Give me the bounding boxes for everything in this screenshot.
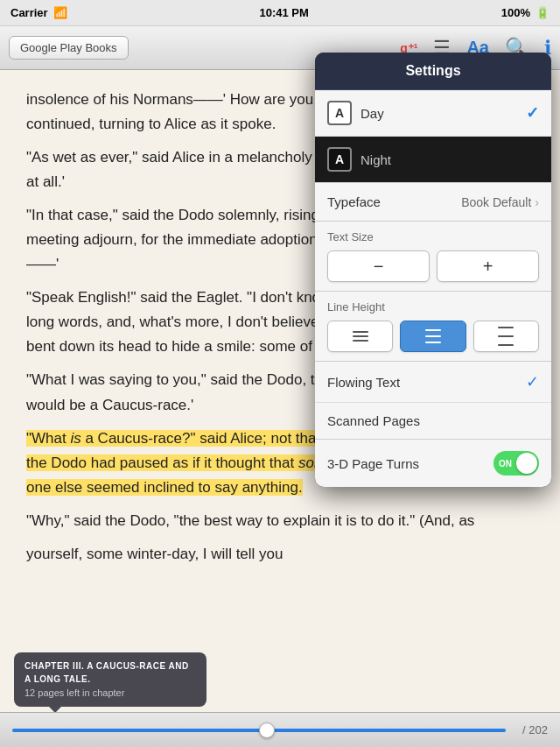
night-label: Night bbox=[360, 152, 539, 167]
book-para-7: yourself, some winter-day, I will tell y… bbox=[26, 542, 534, 567]
page-number: / 202 bbox=[513, 723, 548, 736]
night-option[interactable]: A Night bbox=[315, 137, 551, 182]
line-height-section: Line Height bbox=[315, 292, 551, 362]
bottom-progress-bar: / 202 bbox=[0, 712, 560, 747]
line-height-compact-button[interactable] bbox=[327, 321, 393, 352]
battery-label: 100% bbox=[501, 6, 530, 19]
typeface-chevron-icon: › bbox=[535, 195, 539, 209]
text-size-label: Text Size bbox=[327, 230, 539, 243]
flowing-text-label: Flowing Text bbox=[327, 375, 526, 390]
google-play-button[interactable]: Google Play Books bbox=[9, 36, 129, 60]
day-icon: A bbox=[327, 101, 352, 125]
decrease-text-button[interactable]: − bbox=[327, 250, 430, 282]
scanned-pages-label: Scanned Pages bbox=[327, 413, 539, 428]
toggle-on-label: ON bbox=[499, 459, 512, 469]
battery-icon: 🔋 bbox=[536, 6, 550, 19]
flowing-text-option[interactable]: Flowing Text ✓ bbox=[315, 362, 551, 403]
day-check: ✓ bbox=[526, 103, 539, 123]
toggle-knob bbox=[516, 453, 537, 474]
carrier-label: Carrier bbox=[10, 6, 48, 19]
night-icon: A bbox=[327, 147, 352, 172]
settings-panel: Settings A Day ✓ A Night Typeface Book D… bbox=[315, 53, 551, 487]
increase-text-button[interactable]: + bbox=[437, 250, 539, 282]
page-turns-label: 3-D Page Turns bbox=[327, 456, 494, 471]
typeface-label: Typeface bbox=[327, 194, 381, 209]
loose-lines-icon bbox=[498, 327, 514, 346]
line-height-label: Line Height bbox=[327, 300, 539, 314]
line-height-medium-button[interactable] bbox=[400, 321, 466, 352]
flowing-check-icon: ✓ bbox=[526, 372, 539, 391]
medium-lines-icon bbox=[425, 329, 441, 343]
typeface-row[interactable]: Typeface Book Default › bbox=[315, 183, 551, 222]
scanned-pages-option[interactable]: Scanned Pages bbox=[315, 403, 551, 439]
view-mode-section: Flowing Text ✓ Scanned Pages bbox=[315, 362, 551, 440]
chapter-tooltip: CHAPTER III. A CAUCUS-RACE AND A LONG TA… bbox=[14, 652, 206, 708]
page-turns-row[interactable]: 3-D Page Turns ON bbox=[315, 440, 551, 487]
page-turns-toggle[interactable]: ON bbox=[494, 451, 539, 476]
line-height-controls bbox=[327, 321, 539, 352]
day-label: Day bbox=[360, 106, 526, 121]
wifi-icon: 📶 bbox=[53, 6, 67, 19]
compact-lines-icon bbox=[353, 331, 368, 342]
progress-track[interactable] bbox=[12, 729, 506, 732]
day-option[interactable]: A Day ✓ bbox=[315, 90, 551, 137]
time-label: 10:41 PM bbox=[260, 6, 309, 19]
chapter-subtitle: 12 pages left in chapter bbox=[24, 686, 196, 701]
day-night-section: A Day ✓ A Night bbox=[315, 90, 551, 183]
settings-title: Settings bbox=[315, 53, 551, 90]
chapter-title: CHAPTER III. A CAUCUS-RACE AND A LONG TA… bbox=[24, 659, 196, 686]
book-para-6: "Why," said the Dodo, "the best way to e… bbox=[26, 509, 534, 533]
text-size-controls: − + bbox=[327, 250, 539, 282]
status-bar: Carrier 📶 10:41 PM 100% 🔋 bbox=[0, 0, 560, 26]
text-size-section: Text Size − + bbox=[315, 222, 551, 292]
line-height-loose-button[interactable] bbox=[473, 321, 539, 352]
typeface-value: Book Default bbox=[461, 195, 531, 209]
progress-thumb[interactable] bbox=[259, 722, 275, 738]
